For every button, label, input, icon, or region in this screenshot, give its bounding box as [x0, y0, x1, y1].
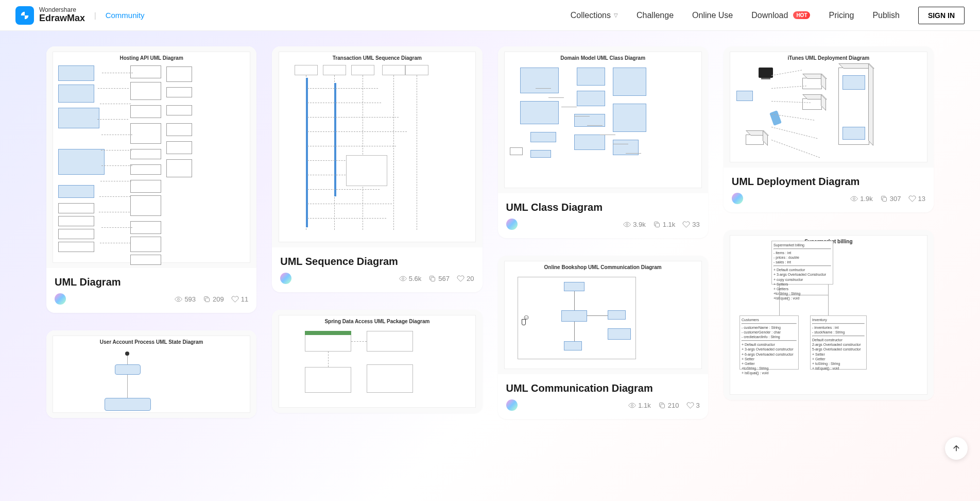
- community-link[interactable]: Community: [106, 11, 145, 20]
- nav-publish[interactable]: Publish: [872, 11, 899, 20]
- template-meta: 5.6k56720: [272, 273, 482, 292]
- views-stat: 5.6k: [399, 275, 422, 282]
- divider: |: [94, 11, 96, 20]
- svg-point-2: [402, 277, 404, 279]
- header: Wondershare EdrawMax | Community Collect…: [0, 0, 980, 31]
- nav-pricing[interactable]: Pricing: [829, 11, 854, 20]
- template-card[interactable]: iTunes UML Deployment DiagramUML Deploym…: [724, 46, 934, 212]
- copies-stat: 567: [428, 275, 450, 282]
- avatar[interactable]: [280, 273, 291, 284]
- likes-stat: 20: [457, 275, 474, 282]
- nav-collections[interactable]: Collections ▽: [571, 11, 618, 20]
- likes-stat: 11: [231, 295, 248, 303]
- copies-stat: 307: [880, 195, 901, 203]
- template-thumbnail[interactable]: Transaction UML Sequence Diagram: [272, 46, 482, 247]
- nav-online-use[interactable]: Online Use: [692, 11, 733, 20]
- arrow-up-icon: [952, 444, 961, 453]
- svg-rect-9: [883, 197, 887, 202]
- svg-point-6: [631, 404, 633, 406]
- product-text: EdrawMax: [39, 13, 85, 24]
- template-card[interactable]: Transaction UML Sequence DiagramUML Sequ…: [272, 46, 482, 292]
- nav-challenge[interactable]: Challenge: [637, 11, 674, 20]
- svg-rect-7: [661, 404, 665, 408]
- logo[interactable]: Wondershare EdrawMax: [15, 6, 85, 25]
- likes-stat: 13: [908, 195, 925, 203]
- template-gallery: Hosting API UML DiagramUML Diagram593209…: [0, 31, 980, 452]
- template-title: UML Class Diagram: [498, 193, 708, 219]
- template-meta: 1.9k30713: [724, 193, 934, 212]
- nav-download[interactable]: Download HOT: [751, 11, 810, 20]
- template-card[interactable]: Supermarket billingSupermarket billing- …: [724, 230, 934, 400]
- chevron-down-icon: ▽: [614, 12, 618, 18]
- copies-stat: 210: [658, 402, 679, 409]
- copies-stat: 1.1k: [653, 221, 676, 228]
- svg-rect-3: [431, 277, 435, 281]
- template-title: UML Deployment Diagram: [724, 168, 934, 193]
- likes-stat: 33: [682, 221, 699, 228]
- template-thumbnail[interactable]: Spring Data Access UML Package Diagram: [272, 310, 482, 413]
- template-thumbnail[interactable]: Online Bookshop UML Communication Diagra…: [498, 256, 708, 374]
- views-stat: 3.9k: [623, 221, 646, 228]
- copies-stat: 209: [203, 295, 224, 303]
- template-card[interactable]: Hosting API UML DiagramUML Diagram593209…: [46, 46, 256, 313]
- template-meta: 3.9k1.1k33: [498, 219, 708, 238]
- svg-point-0: [178, 298, 180, 300]
- avatar[interactable]: [732, 193, 743, 204]
- svg-rect-1: [205, 298, 210, 302]
- likes-stat: 3: [686, 402, 700, 409]
- template-title: UML Sequence Diagram: [272, 247, 482, 273]
- logo-text: Wondershare EdrawMax: [39, 7, 85, 24]
- svg-rect-5: [656, 223, 660, 227]
- nav-download-label: Download: [751, 11, 788, 20]
- template-meta: 59320911: [46, 293, 256, 313]
- svg-point-8: [853, 197, 855, 199]
- template-thumbnail[interactable]: Supermarket billingSupermarket billing- …: [724, 230, 934, 400]
- template-meta: 1.1k2103: [498, 399, 708, 419]
- logo-icon: [15, 6, 34, 25]
- template-card[interactable]: Spring Data Access UML Package Diagram: [272, 310, 482, 413]
- views-stat: 593: [175, 295, 196, 303]
- avatar[interactable]: [55, 293, 66, 305]
- avatar[interactable]: [506, 399, 518, 411]
- views-stat: 1.1k: [628, 402, 651, 409]
- avatar[interactable]: [506, 219, 518, 230]
- template-title: UML Communication Diagram: [498, 374, 708, 399]
- template-thumbnail[interactable]: iTunes UML Deployment Diagram: [724, 46, 934, 168]
- template-thumbnail[interactable]: Hosting API UML Diagram: [46, 46, 256, 268]
- hot-badge: HOT: [793, 11, 810, 19]
- template-thumbnail[interactable]: User Account Process UML State Diagram: [46, 330, 256, 418]
- nav-collections-label: Collections: [571, 11, 611, 20]
- nav: Collections ▽ Challenge Online Use Downl…: [571, 7, 965, 24]
- template-thumbnail[interactable]: Domain Model UML Class Diagram: [498, 46, 708, 193]
- back-to-top-button[interactable]: [945, 437, 968, 460]
- template-card[interactable]: User Account Process UML State Diagram: [46, 330, 256, 418]
- svg-point-4: [626, 223, 628, 225]
- template-card[interactable]: Domain Model UML Class DiagramUML Class …: [498, 46, 708, 238]
- template-card[interactable]: Online Bookshop UML Communication Diagra…: [498, 256, 708, 419]
- signin-button[interactable]: SIGN IN: [918, 7, 965, 24]
- views-stat: 1.9k: [850, 195, 873, 203]
- template-title: UML Diagram: [46, 268, 256, 293]
